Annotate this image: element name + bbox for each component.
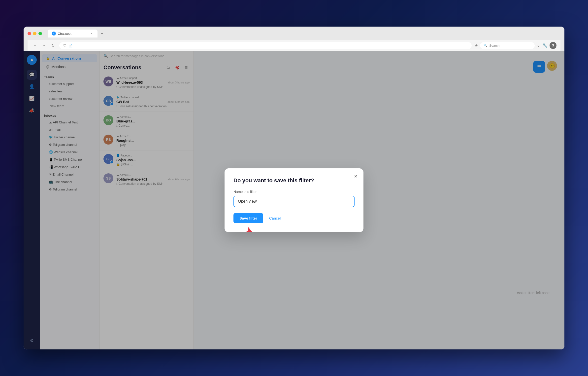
tab-title: Chatwoot — [58, 32, 71, 36]
chatwoot-favicon: C — [52, 32, 56, 36]
save-filter-button[interactable]: Save filter — [233, 213, 263, 223]
browser-search-bar[interactable]: 🔍 Search — [480, 42, 535, 49]
arrow-cursor-indicator: ➤ — [246, 225, 253, 236]
browser-user-avatar[interactable]: S — [550, 42, 556, 49]
search-placeholder: Search — [489, 44, 499, 47]
modal-close-button[interactable]: ✕ — [352, 172, 359, 180]
cancel-button[interactable]: Cancel — [267, 213, 283, 223]
modal-actions: Save filter Cancel ➤ — [233, 213, 355, 223]
filter-name-input[interactable] — [233, 196, 355, 207]
browser-tab-chatwoot[interactable]: C Chatwoot ✕ — [48, 30, 98, 38]
minimize-traffic-light[interactable] — [33, 32, 36, 35]
modal-title: Do you want to save this filter? — [233, 177, 355, 184]
close-traffic-light[interactable] — [28, 32, 31, 35]
tab-close-button[interactable]: ✕ — [90, 32, 94, 36]
shield-icon: 🛡 — [537, 43, 541, 48]
modal-overlay: ✕ Do you want to save this filter? Name … — [24, 51, 564, 349]
wrench-icon: 🔧 — [543, 43, 548, 48]
new-tab-button[interactable]: + — [98, 30, 105, 37]
reload-button[interactable]: ↻ — [49, 42, 56, 49]
forward-button[interactable]: → — [40, 42, 47, 49]
address-bar[interactable]: 🛡 📄 — [59, 42, 472, 49]
filter-name-label: Name this filter — [233, 190, 355, 194]
maximize-traffic-light[interactable] — [38, 32, 42, 35]
save-filter-modal: ✕ Do you want to save this filter? Name … — [225, 168, 363, 232]
back-button[interactable]: ← — [32, 42, 38, 49]
